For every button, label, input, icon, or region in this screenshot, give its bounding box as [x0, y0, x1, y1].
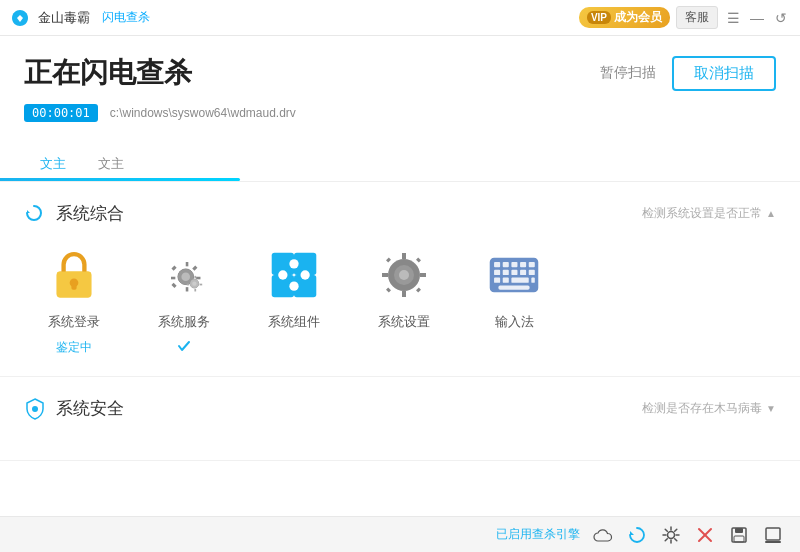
- virus-icon-bottom[interactable]: [694, 524, 716, 546]
- cancel-scan-button[interactable]: 取消扫描: [672, 56, 776, 91]
- system-service-status: [177, 339, 191, 356]
- main-content: 正在闪电查杀 暂停扫描 取消扫描 00:00:01 c:\windows\sys…: [0, 36, 800, 552]
- svg-point-7: [181, 272, 190, 281]
- tray-icon-bottom[interactable]: [762, 524, 784, 546]
- svg-point-21: [399, 270, 409, 280]
- svg-rect-27: [529, 262, 535, 267]
- keyboard-icon-wrapper: [484, 245, 544, 305]
- keyboard-icon: [488, 249, 540, 301]
- restore-button[interactable]: ↺: [772, 9, 790, 27]
- svg-rect-30: [511, 270, 517, 275]
- svg-point-15: [289, 259, 298, 268]
- save-icon-bottom[interactable]: [728, 524, 750, 546]
- scan-title: 正在闪电查杀: [24, 54, 192, 92]
- input-method-label: 输入法: [495, 313, 534, 331]
- section-title-group: 系统综合: [24, 202, 124, 225]
- svg-rect-31: [520, 270, 526, 275]
- lock-icon: [48, 249, 100, 301]
- minimize-button[interactable]: —: [748, 9, 766, 27]
- svg-point-10: [192, 282, 196, 286]
- scan-item-input-method: 输入法: [474, 245, 554, 356]
- system-login-status: 鉴定中: [56, 339, 92, 356]
- section-system-security: 系统安全 检测是否存在木马病毒 ▼: [0, 377, 800, 461]
- chevron-down-icon: ▼: [766, 403, 776, 414]
- settings-icon-wrapper: [374, 245, 434, 305]
- settings-icon-bottom[interactable]: [660, 524, 682, 546]
- security-title-group: 系统安全: [24, 397, 124, 420]
- scroll-body: 系统综合 检测系统设置是否正常 ▲: [0, 182, 800, 516]
- svg-point-16: [301, 270, 310, 279]
- progress-bar: [0, 178, 240, 181]
- section-desc-security[interactable]: 检测是否存在木马病毒 ▼: [642, 400, 776, 417]
- puzzle-icon: [268, 249, 320, 301]
- bottom-padding: [0, 461, 800, 481]
- svg-marker-0: [27, 210, 30, 213]
- svg-point-17: [289, 282, 298, 291]
- gear-double-icon: [158, 249, 210, 301]
- svg-rect-46: [766, 528, 780, 540]
- svg-rect-45: [734, 536, 744, 542]
- items-grid-composite: 系统登录 鉴定中: [24, 245, 776, 356]
- svg-rect-29: [503, 270, 509, 275]
- svg-rect-24: [503, 262, 509, 267]
- chevron-up-icon: ▲: [766, 208, 776, 219]
- scan-timer: 00:00:01: [24, 104, 98, 122]
- tab-main-1[interactable]: 文主: [24, 149, 82, 181]
- tab-main-2[interactable]: 文主: [82, 149, 140, 181]
- svg-rect-44: [735, 528, 743, 533]
- svg-rect-37: [498, 285, 529, 289]
- system-settings-label: 系统设置: [378, 313, 430, 331]
- pause-scan-button[interactable]: 暂停扫描: [600, 64, 656, 82]
- svg-point-38: [32, 406, 38, 412]
- header-actions: 暂停扫描 取消扫描: [600, 56, 776, 91]
- system-service-label: 系统服务: [158, 313, 210, 331]
- puzzle-icon-wrapper: [264, 245, 324, 305]
- svg-rect-33: [494, 278, 500, 283]
- svg-rect-34: [503, 278, 509, 283]
- section-title-composite: 系统综合: [56, 202, 124, 225]
- titlebar-left: 金山毒霸 闪电查杀: [10, 8, 150, 28]
- system-login-label: 系统登录: [48, 313, 100, 331]
- app-name: 金山毒霸: [38, 9, 90, 27]
- section-desc-text: 检测系统设置是否正常: [642, 205, 762, 222]
- become-member-text[interactable]: 成为会员: [614, 9, 662, 26]
- shield-icon: [24, 398, 46, 420]
- scan-item-system-component: 系统组件: [254, 245, 334, 356]
- customer-service-button[interactable]: 客服: [676, 6, 718, 29]
- section-title-security: 系统安全: [56, 397, 124, 420]
- svg-marker-39: [630, 531, 634, 535]
- app-subtitle: 闪电查杀: [102, 9, 150, 26]
- svg-rect-35: [511, 278, 528, 283]
- section-desc-composite[interactable]: 检测系统设置是否正常 ▲: [642, 205, 776, 222]
- header-area: 正在闪电查杀 暂停扫描 取消扫描 00:00:01 c:\windows\sys…: [0, 36, 800, 132]
- cloud-icon[interactable]: [592, 524, 614, 546]
- svg-point-40: [668, 531, 675, 538]
- scan-info: 00:00:01 c:\windows\syswow64\wdmaud.drv: [24, 104, 776, 122]
- scan-item-system-settings: 系统设置: [364, 245, 444, 356]
- svg-rect-25: [511, 262, 517, 267]
- vip-icon-label: VIP: [587, 11, 611, 24]
- scan-header: 正在闪电查杀 暂停扫描 取消扫描: [24, 54, 776, 92]
- progress-area: 文主 文主: [0, 132, 800, 182]
- menu-button[interactable]: ☰: [724, 9, 742, 27]
- lock-icon-wrapper: [44, 245, 104, 305]
- svg-rect-32: [529, 270, 535, 275]
- refresh-icon-bottom[interactable]: [626, 524, 648, 546]
- progress-tabs: 文主 文主: [0, 132, 800, 181]
- titlebar: 金山毒霸 闪电查杀 VIP 成为会员 客服 ☰ — ↺: [0, 0, 800, 36]
- svg-rect-26: [520, 262, 526, 267]
- section-desc-security-text: 检测是否存在木马病毒: [642, 400, 762, 417]
- refresh-icon: [24, 203, 46, 225]
- app-logo: [10, 8, 30, 28]
- section-header-composite: 系统综合 检测系统设置是否正常 ▲: [24, 202, 776, 225]
- svg-rect-23: [494, 262, 500, 267]
- svg-point-18: [278, 270, 287, 279]
- scan-file-path: c:\windows\syswow64\wdmaud.drv: [110, 106, 296, 120]
- svg-rect-28: [494, 270, 500, 275]
- scan-item-system-service: 系统服务: [144, 245, 224, 356]
- svg-rect-36: [531, 278, 534, 283]
- gear-icon-wrapper: [154, 245, 214, 305]
- settings-gear-icon: [378, 249, 430, 301]
- section-header-security: 系统安全 检测是否存在木马病毒 ▼: [24, 397, 776, 420]
- vip-badge[interactable]: VIP 成为会员: [579, 7, 670, 28]
